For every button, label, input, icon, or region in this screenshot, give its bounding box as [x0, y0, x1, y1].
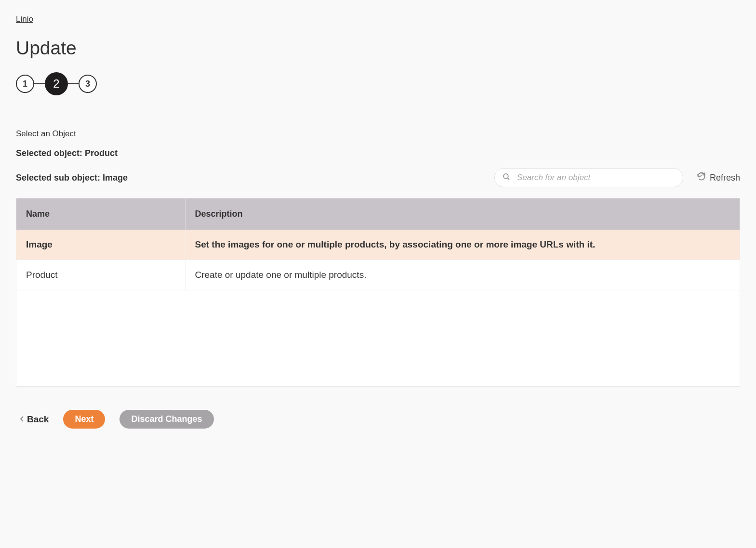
section-label: Select an Object — [16, 129, 740, 139]
chevron-left-icon — [20, 414, 24, 425]
search-input[interactable] — [494, 168, 683, 187]
step-1[interactable]: 1 — [16, 75, 34, 93]
refresh-icon — [697, 172, 706, 183]
object-table-container: Name Description Image Set the images fo… — [16, 198, 740, 387]
breadcrumb-link[interactable]: Linio — [16, 14, 33, 24]
back-label: Back — [27, 414, 49, 425]
footer-buttons: Back Next Discard Changes — [16, 410, 740, 429]
table-row[interactable]: Image Set the images for one or multiple… — [16, 230, 740, 260]
selected-object-text: Selected object: Product — [16, 148, 740, 158]
search-icon — [502, 172, 511, 183]
table-header-description[interactable]: Description — [185, 198, 740, 230]
step-2[interactable]: 2 — [45, 72, 68, 95]
table-row[interactable]: Product Create or update one or multiple… — [16, 260, 740, 290]
stepper: 1 2 3 — [16, 72, 740, 95]
selected-sub-object-text: Selected sub object: Image — [16, 173, 128, 183]
step-connector — [34, 83, 45, 84]
table-cell-description: Create or update one or multiple product… — [185, 260, 740, 290]
table-cell-name: Image — [16, 230, 185, 260]
search-wrapper — [494, 168, 683, 187]
refresh-label: Refresh — [710, 173, 740, 183]
page-title: Update — [16, 38, 740, 59]
svg-line-1 — [507, 178, 509, 180]
svg-point-0 — [504, 174, 508, 179]
discard-button[interactable]: Discard Changes — [119, 410, 213, 429]
step-connector — [68, 83, 79, 84]
table-cell-name: Product — [16, 260, 185, 290]
step-3[interactable]: 3 — [79, 75, 97, 93]
refresh-button[interactable]: Refresh — [697, 172, 740, 183]
back-button[interactable]: Back — [20, 414, 49, 425]
table-header-name[interactable]: Name — [16, 198, 185, 230]
object-table: Name Description Image Set the images fo… — [16, 198, 740, 290]
next-button[interactable]: Next — [63, 410, 105, 429]
table-cell-description: Set the images for one or multiple produ… — [185, 230, 740, 260]
